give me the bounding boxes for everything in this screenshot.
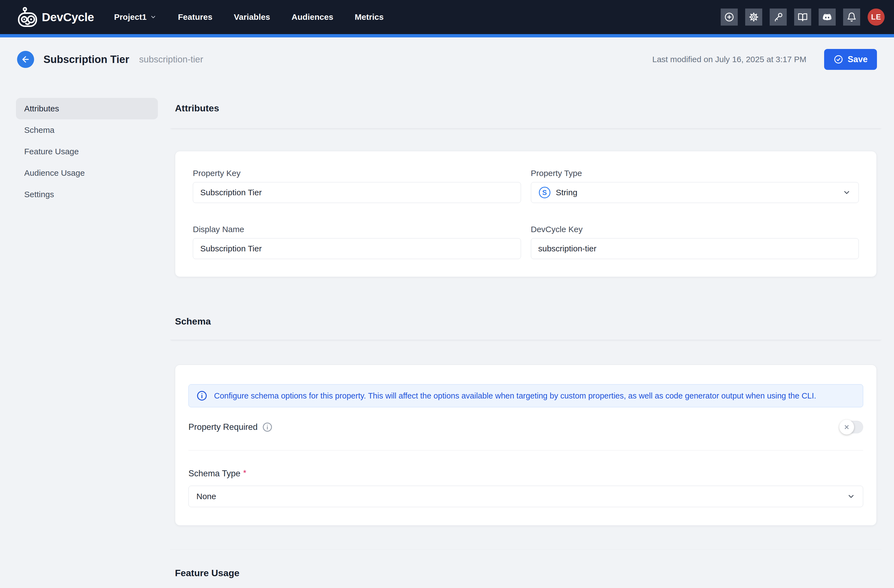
field-devcycle-key: DevCycle Key: [531, 225, 859, 259]
sidebar-item-audience-usage[interactable]: Audience Usage: [16, 162, 158, 184]
back-button[interactable]: [17, 51, 34, 68]
required-asterisk: *: [243, 468, 246, 478]
info-icon[interactable]: [262, 422, 273, 432]
plus-circle-icon: [724, 12, 734, 22]
chevron-down-icon: [843, 188, 851, 197]
sidebar-item-feature-usage[interactable]: Feature Usage: [16, 141, 158, 162]
field-property-key: Property Key: [193, 168, 521, 203]
schema-type-label-text: Schema Type: [189, 469, 240, 478]
top-nav: DevCycle Project1 Features Variables Aud…: [0, 0, 894, 34]
docs-button[interactable]: [794, 9, 811, 26]
property-key-label: Property Key: [193, 168, 521, 178]
property-type-label: Property Type: [531, 168, 859, 178]
info-icon: [196, 390, 207, 401]
page-header: Subscription Tier subscription-tier Last…: [0, 38, 894, 81]
header-right: Last modified on July 16, 2025 at 3:17 P…: [652, 49, 877, 70]
chevron-down-icon: [150, 14, 157, 20]
devcycle-key-input[interactable]: [531, 238, 859, 259]
property-required-toggle[interactable]: [840, 421, 863, 433]
user-avatar[interactable]: LE: [868, 9, 885, 26]
settings-button[interactable]: [745, 9, 762, 26]
gear-icon: [749, 12, 759, 22]
notifications-button[interactable]: [843, 9, 860, 26]
schema-type-select[interactable]: None: [189, 486, 863, 507]
chevron-down-icon: [847, 492, 855, 501]
bell-icon: [847, 12, 856, 22]
divider: [189, 450, 863, 451]
last-modified-text: Last modified on July 16, 2025 at 3:17 P…: [652, 55, 806, 64]
devcycle-key-label: DevCycle Key: [531, 225, 859, 234]
property-type-select[interactable]: S String: [531, 182, 859, 203]
attributes-section-heading: Attributes: [170, 81, 882, 128]
schema-type-value: None: [196, 492, 216, 501]
nav-link-audiences[interactable]: Audiences: [291, 12, 334, 22]
devcycle-logo[interactable]: DevCycle: [17, 7, 94, 27]
feature-usage-section-heading: Feature Usage: [170, 549, 882, 588]
content: Attributes Schema Feature Usage Audience…: [0, 81, 894, 588]
schema-banner-text: Configure schema options for this proper…: [214, 391, 816, 400]
arrow-left-icon: [21, 55, 30, 64]
property-required-label: Property Required: [189, 422, 258, 432]
property-key-input[interactable]: [193, 182, 521, 203]
x-icon: [844, 424, 850, 430]
display-name-label: Display Name: [193, 225, 521, 234]
discord-button[interactable]: [818, 9, 836, 26]
discord-icon: [822, 12, 832, 22]
property-required-row: Property Required: [189, 419, 863, 435]
nav-actions: LE: [721, 9, 885, 26]
save-label: Save: [848, 54, 868, 64]
sidebar-item-attributes[interactable]: Attributes: [16, 98, 158, 119]
project-switcher[interactable]: Project1: [114, 12, 157, 22]
book-open-icon: [798, 12, 808, 22]
schema-info-banner: Configure schema options for this proper…: [189, 384, 863, 407]
main-panel: Attributes Property Key Property Type S …: [170, 81, 882, 588]
key-icon: [773, 12, 783, 22]
accent-bar: [0, 34, 894, 38]
toggle-knob: [839, 420, 854, 434]
string-type-icon: S: [539, 187, 550, 198]
sidebar: Attributes Schema Feature Usage Audience…: [16, 81, 158, 588]
brand-name: DevCycle: [42, 11, 94, 24]
nav-links: Project1 Features Variables Audiences Me…: [114, 12, 384, 22]
sidebar-item-schema[interactable]: Schema: [16, 119, 158, 141]
field-property-type: Property Type S String: [531, 168, 859, 203]
display-name-input[interactable]: [193, 238, 521, 259]
nav-link-features[interactable]: Features: [178, 12, 212, 22]
check-circle-icon: [834, 54, 843, 64]
field-display-name: Display Name: [193, 225, 521, 259]
page-slug: subscription-tier: [139, 54, 203, 65]
devcycle-robot-icon: [17, 7, 38, 27]
create-button[interactable]: [721, 9, 738, 26]
save-button[interactable]: Save: [824, 49, 877, 70]
nav-link-metrics[interactable]: Metrics: [355, 12, 384, 22]
schema-section-heading: Schema: [170, 300, 882, 340]
property-type-value: String: [556, 188, 577, 197]
api-keys-button[interactable]: [770, 9, 787, 26]
attributes-card: Property Key Property Type S String Disp…: [175, 151, 877, 277]
sidebar-item-settings[interactable]: Settings: [16, 184, 158, 205]
schema-card: Configure schema options for this proper…: [175, 365, 877, 526]
nav-link-variables[interactable]: Variables: [234, 12, 270, 22]
project-switcher-label: Project1: [114, 12, 146, 22]
page-title: Subscription Tier: [44, 54, 129, 65]
schema-type-label: Schema Type *: [189, 469, 863, 478]
